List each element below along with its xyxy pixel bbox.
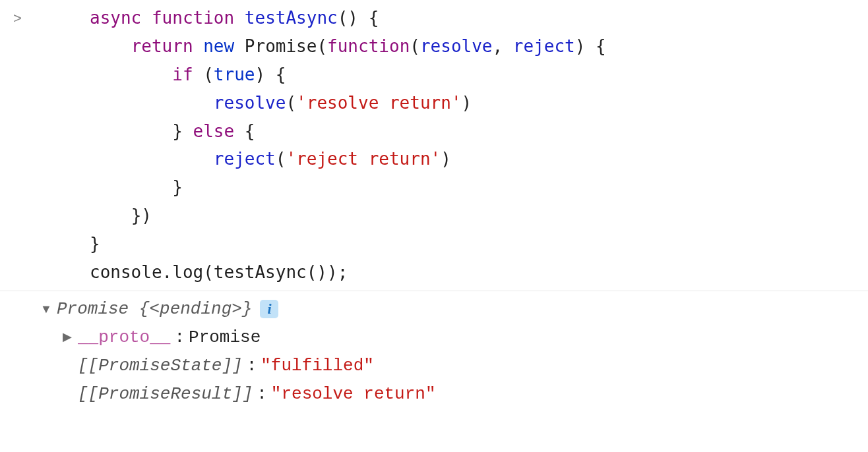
- promise-result-line[interactable]: [[PromiseResult]]: "resolve return": [40, 380, 436, 409]
- proto-value: Promise: [189, 324, 261, 352]
- true-keyword: true: [214, 65, 255, 84]
- promise-state-key: [[PromiseState]]: [78, 352, 243, 380]
- promise-state-value: "fulfilled": [261, 352, 374, 380]
- async-keyword: async: [90, 8, 141, 28]
- if-keyword: if: [172, 65, 193, 84]
- prop-sep: :: [174, 324, 185, 352]
- promise-result-value: "resolve return": [271, 380, 436, 409]
- promise-state-line[interactable]: [[PromiseState]]: "fulfilled": [40, 352, 436, 380]
- object-preview-line[interactable]: ▼ Promise {<pending>} i: [40, 295, 436, 324]
- info-icon[interactable]: i: [260, 300, 278, 318]
- code-text: }: [172, 177, 183, 197]
- resolve-call: resolve: [214, 93, 286, 113]
- promise-result-key: [[PromiseResult]]: [78, 380, 253, 409]
- expand-toggle-icon[interactable]: ▼: [40, 300, 53, 320]
- object-preview: Promise {<pending>}: [57, 295, 252, 324]
- new-keyword: new: [203, 36, 234, 56]
- code-input[interactable]: async function testAsync() { return new …: [37, 4, 606, 287]
- proto-key: __proto__: [78, 324, 170, 352]
- code-text: }: [172, 121, 193, 141]
- param-reject: reject: [513, 36, 575, 56]
- code-text: Promise(: [245, 36, 327, 56]
- code-text: ) {: [575, 36, 606, 56]
- prop-sep: :: [247, 352, 257, 380]
- function-keyword: function: [327, 36, 410, 56]
- code-text: (: [193, 65, 214, 84]
- return-keyword: return: [131, 36, 193, 56]
- code-text: }: [90, 234, 100, 254]
- code-text: (: [410, 36, 420, 56]
- string-literal: 'resolve return': [296, 93, 461, 113]
- function-name: testAsync: [245, 8, 338, 28]
- string-literal: 'reject return': [286, 149, 441, 169]
- code-text: (: [286, 93, 296, 113]
- code-text: ): [462, 93, 472, 113]
- code-text: console.log(testAsync());: [90, 262, 348, 282]
- prop-sep: :: [257, 380, 267, 409]
- console-input-row: > async function testAsync() { return ne…: [0, 0, 868, 291]
- object-tree: ▼ Promise {<pending>} i ▶ __proto__: Pro…: [37, 295, 436, 409]
- prompt-icon: >: [13, 7, 22, 30]
- code-text: (: [276, 149, 286, 169]
- expand-toggle-icon[interactable]: ▶: [61, 327, 74, 347]
- code-text: }): [131, 206, 152, 225]
- param-resolve: resolve: [420, 36, 493, 56]
- else-keyword: else: [193, 121, 235, 141]
- code-text: ): [441, 149, 451, 169]
- code-text: {: [234, 121, 255, 141]
- function-keyword: function: [152, 8, 234, 28]
- proto-line[interactable]: ▶ __proto__: Promise: [40, 324, 436, 352]
- code-text: ) {: [255, 65, 286, 84]
- reject-call: reject: [214, 149, 276, 169]
- output-gutter: [4, 295, 37, 298]
- console-output-row: ▼ Promise {<pending>} i ▶ __proto__: Pro…: [0, 291, 868, 412]
- input-gutter: >: [4, 4, 37, 30]
- code-text: () {: [338, 8, 379, 28]
